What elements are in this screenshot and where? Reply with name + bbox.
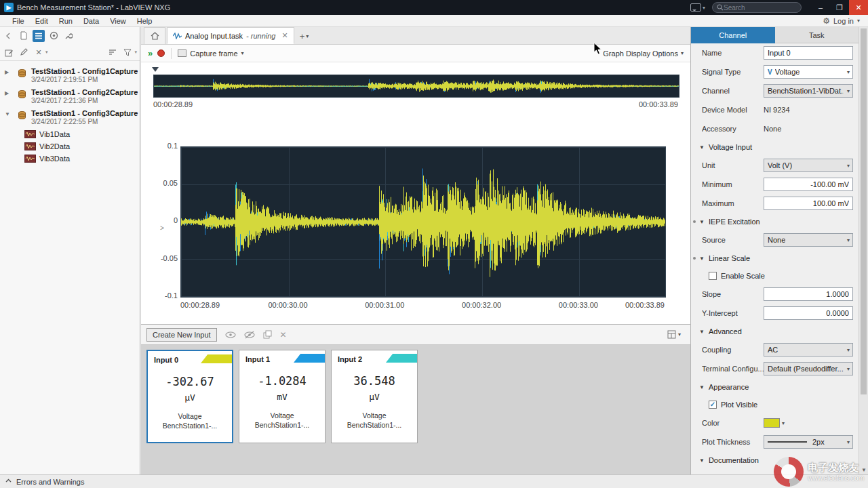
expand-icon[interactable]: ▶ — [5, 90, 9, 96]
waveform-icon — [24, 142, 36, 150]
source-dropdown[interactable]: None▾ — [764, 233, 853, 247]
settings-gear-icon[interactable]: ⚙ — [823, 16, 830, 26]
y-intercept-input[interactable]: 0.0000 — [764, 306, 853, 320]
section-advanced[interactable]: ▼Advanced — [691, 323, 859, 340]
signal-type-dropdown[interactable]: VVoltage▾ — [764, 65, 853, 79]
title-bar: ▶ Bench Measurement Station* - LabVIEW N… — [0, 0, 868, 15]
section-collapse-icon: ▼ — [699, 329, 705, 335]
nav-back-icon[interactable] — [3, 30, 15, 42]
show-input-icon[interactable] — [225, 331, 236, 338]
capture-target-icon[interactable] — [47, 30, 60, 42]
search-input[interactable] — [724, 4, 791, 12]
delete-capture-icon[interactable]: ✕ — [33, 46, 45, 58]
channel-item-vib3[interactable]: Vib3Data — [0, 152, 140, 165]
panel-layout-chevron-icon[interactable]: ▾ — [678, 331, 681, 338]
name-label: Name — [702, 49, 764, 57]
graph-display-options-button[interactable]: Graph Display Options ▾ — [603, 49, 684, 58]
main-waveform-graph[interactable] — [180, 146, 666, 298]
login-button[interactable]: Log in — [833, 17, 854, 25]
channel-item-vib1[interactable]: Vib1Data — [0, 128, 140, 140]
chat-bubble-icon[interactable] — [690, 3, 701, 12]
input-device: BenchStation1-... — [148, 422, 232, 430]
section-iepe-excitation[interactable]: ▼IEPE Excitation — [691, 213, 859, 230]
overview-time-start: 00:00:28.89 — [153, 100, 193, 108]
menu-run[interactable]: Run — [54, 16, 78, 26]
menu-edit[interactable]: Edit — [30, 16, 54, 26]
scrollbar-thumb[interactable] — [861, 28, 867, 394]
filter-chevron-icon[interactable]: ▾ — [134, 49, 137, 55]
maximum-input[interactable]: 100.00 mV — [764, 197, 853, 210]
channel-dropdown[interactable]: BenchStation1-VibDat...▾ — [764, 84, 853, 98]
edit-capture-icon[interactable] — [3, 46, 15, 58]
plot-thickness-dropdown[interactable]: 2px▾ — [764, 435, 853, 449]
maximize-button[interactable]: ❐ — [830, 0, 849, 15]
new-document-icon[interactable] — [18, 30, 30, 42]
collapse-icon[interactable]: ▼ — [5, 111, 10, 117]
close-button[interactable]: ✕ — [849, 0, 868, 15]
slope-input[interactable]: 1.0000 — [764, 287, 853, 301]
plot-color-swatch[interactable] — [764, 418, 780, 428]
device-model-label: Device Model — [702, 106, 764, 114]
login-chevron-icon[interactable]: ▾ — [857, 18, 860, 24]
overview-waveform[interactable] — [153, 75, 679, 98]
rename-pencil-icon[interactable] — [18, 46, 30, 58]
graph-area: 00:00:28.89 00:00:33.89 0.1 0.05 0 -0.05… — [141, 62, 690, 324]
elecfans-logo-icon — [774, 457, 804, 487]
input-card-2[interactable]: Input 2 36.548 µV Voltage BenchStation1-… — [331, 350, 418, 443]
chat-chevron-icon[interactable]: ▾ — [703, 5, 705, 11]
run-button[interactable]: » — [148, 48, 151, 58]
tab-close-icon[interactable]: ✕ — [281, 31, 288, 40]
global-search[interactable] — [712, 2, 802, 13]
minimum-input[interactable]: -100.00 mV — [764, 178, 853, 191]
enable-scale-checkbox[interactable] — [709, 272, 717, 280]
hide-input-icon[interactable] — [244, 331, 255, 339]
panel-layout-icon[interactable] — [667, 330, 676, 339]
coupling-dropdown[interactable]: AC▾ — [764, 343, 853, 357]
capture-item-1[interactable]: ▶ TestStation1 - Config1Capture 3/24/201… — [0, 65, 140, 86]
section-linear-scale[interactable]: ▼Linear Scale — [691, 249, 859, 267]
filter-icon[interactable] — [121, 46, 134, 58]
tab-channel[interactable]: Channel — [691, 27, 775, 43]
capture-frame-label: Capture frame — [190, 49, 237, 58]
menu-file[interactable]: File — [7, 16, 30, 26]
terminal-configuration-dropdown[interactable]: Default (Pseudodiffer...▾ — [764, 362, 853, 375]
duplicate-input-icon[interactable] — [263, 330, 272, 339]
errors-warnings-button[interactable]: Errors and Warnings — [16, 478, 84, 486]
home-tab[interactable] — [144, 27, 165, 44]
panel-scrollbar[interactable]: ▼ — [859, 27, 868, 474]
name-input[interactable]: Input 0 — [764, 46, 853, 60]
expand-icon[interactable]: ▶ — [5, 69, 9, 75]
menu-data[interactable]: Data — [78, 16, 104, 26]
input-card-1[interactable]: Input 1 -1.0284 mV Voltage BenchStation1… — [239, 350, 326, 443]
tab-task[interactable]: Task — [775, 27, 859, 43]
delete-input-icon[interactable]: ✕ — [280, 330, 287, 340]
accessory-label: Accessory — [702, 125, 764, 133]
minimize-button[interactable]: – — [811, 0, 830, 15]
capture-item-2[interactable]: ▶ TestStation1 - Config2Capture 3/24/201… — [0, 86, 140, 107]
enable-scale-row: Enable Scale — [691, 267, 859, 285]
new-tab-button[interactable]: +▾ — [294, 31, 315, 44]
app-window: ▶ Bench Measurement Station* - LabVIEW N… — [0, 0, 868, 488]
channel-item-vib2[interactable]: Vib2Data — [0, 140, 140, 152]
capture-frame-button[interactable]: Capture frame ▾ — [178, 49, 243, 58]
thickness-line-icon — [768, 441, 807, 443]
analog-input-task-tab[interactable]: Analog Input.task - running ✕ — [167, 27, 294, 44]
menu-view[interactable]: View — [104, 16, 132, 26]
create-new-input-button[interactable]: Create New Input — [146, 328, 217, 342]
data-list-view-button[interactable] — [33, 30, 45, 42]
record-button[interactable] — [157, 49, 165, 57]
color-chevron-icon[interactable]: ▾ — [782, 420, 785, 426]
unit-dropdown[interactable]: Volt (V)▾ — [764, 159, 853, 172]
tools-wrench-icon[interactable] — [62, 30, 75, 42]
waveform-icon — [24, 155, 36, 163]
accessory-value: None — [764, 125, 853, 133]
input-card-0[interactable]: Input 0 -302.67 µV Voltage BenchStation1… — [146, 350, 233, 443]
plot-visible-checkbox[interactable]: ✓ — [709, 401, 717, 409]
expand-errors-icon[interactable] — [5, 478, 12, 485]
delete-chevron-icon[interactable]: ▾ — [45, 49, 48, 55]
capture-item-3[interactable]: ▼ TestStation1 - Config3Capture 3/24/201… — [0, 107, 140, 128]
menu-help[interactable]: Help — [132, 16, 158, 26]
sort-list-icon[interactable] — [106, 46, 119, 58]
section-appearance[interactable]: ▼Appearance — [691, 378, 859, 396]
section-voltage-input[interactable]: ▼Voltage Input — [691, 138, 859, 156]
